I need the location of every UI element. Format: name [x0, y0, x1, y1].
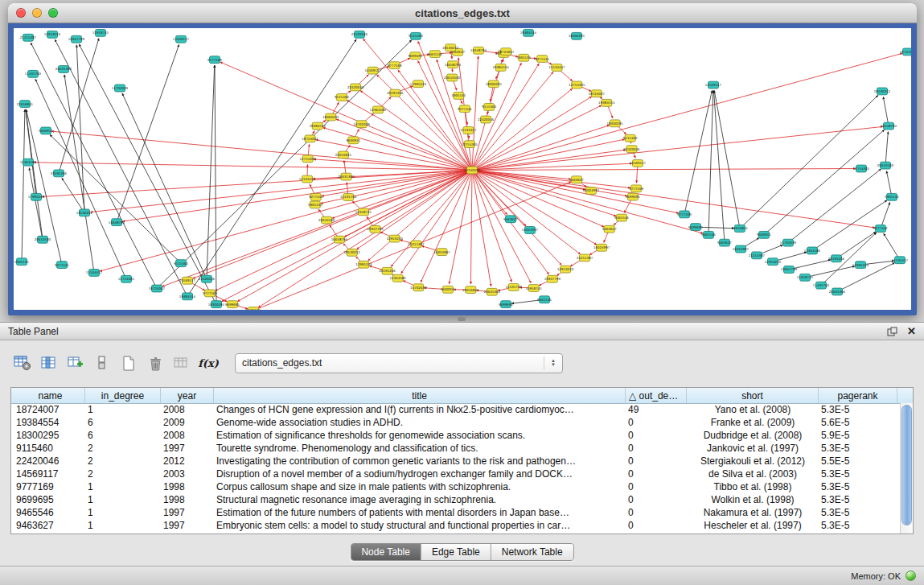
network-canvas[interactable]: 1724029516648794206105005905135927744115…	[14, 28, 911, 310]
graph-node[interactable]: 9699695	[409, 52, 423, 60]
graph-node[interactable]: 14569117	[630, 160, 647, 167]
graph-node[interactable]: 16024997	[522, 227, 539, 234]
graph-node[interactable]: 21215387	[749, 252, 766, 259]
graph-node[interactable]: 11431760	[340, 194, 357, 201]
graph-node[interactable]: 16648794	[109, 219, 125, 226]
table-row[interactable]: 977716911998Corpus callosum shape and si…	[11, 480, 901, 493]
graph-node[interactable]: 9777169	[388, 62, 402, 69]
graph-node[interactable]: 5905135	[516, 54, 531, 61]
graph-node[interactable]: 9777169	[207, 56, 222, 64]
zoom-button[interactable]	[48, 8, 58, 18]
graph-node[interactable]: 14569117	[179, 277, 196, 284]
new-file-button[interactable]	[117, 352, 140, 373]
graph-node[interactable]: 22656841	[732, 225, 749, 233]
graph-node[interactable]: 10947799	[68, 35, 85, 43]
graph-node[interactable]: 10947799	[367, 225, 384, 233]
graph-node[interactable]: 18530212	[76, 209, 93, 216]
column-visibility-button[interactable]	[38, 352, 60, 373]
import-table-button[interactable]	[64, 352, 87, 373]
graph-node[interactable]: 12754305	[462, 141, 478, 148]
graph-node[interactable]: 15134457	[892, 257, 909, 264]
graph-node[interactable]: 18530212	[874, 88, 891, 95]
graph-node[interactable]: 9699695	[225, 301, 240, 308]
table-row[interactable]: 1830029562008Estimation of significance …	[11, 429, 901, 442]
graph-node[interactable]: 19384554	[179, 293, 196, 300]
graph-node[interactable]: 9777169	[629, 185, 643, 192]
graph-node[interactable]: 17995243	[852, 262, 869, 269]
table-selector-dropdown[interactable]: citations_edges.txt ▲ ▼	[235, 353, 563, 373]
graph-node[interactable]: 21215387	[20, 34, 37, 41]
window-titlebar[interactable]: citations_edges.txt	[8, 3, 917, 23]
graph-node[interactable]: 18300295	[569, 32, 585, 39]
column-header-short[interactable]: short	[687, 388, 819, 403]
graph-node[interactable]: 22420046	[478, 116, 495, 123]
graph-node[interactable]: 9115460	[335, 94, 349, 101]
column-header-title[interactable]: title	[214, 388, 626, 403]
graph-node[interactable]: 16024997	[433, 249, 450, 256]
graph-node[interactable]: 9777169	[677, 211, 692, 218]
graph-node[interactable]: 9277441	[535, 56, 549, 63]
graph-node[interactable]: 20195266	[387, 89, 404, 97]
graph-node[interactable]: 14569117	[364, 67, 381, 74]
graph-node[interactable]: 15958745	[525, 285, 542, 292]
graph-node[interactable]: 12754305	[118, 275, 135, 282]
graph-node[interactable]: 12754305	[300, 155, 317, 163]
graph-node[interactable]: 17995243	[28, 193, 45, 200]
tab-node-table[interactable]: Node Table	[351, 544, 421, 560]
graph-node[interactable]: 9115460	[482, 104, 496, 111]
graph-node[interactable]: 9115460	[623, 134, 638, 142]
column-header-year[interactable]: year	[161, 388, 214, 403]
graph-node[interactable]: 12953210	[386, 235, 403, 242]
table-row[interactable]: 946362711997Embryonic stem cells: a mode…	[11, 519, 901, 532]
table-row[interactable]: 1872400712008Changes of HCN gene express…	[11, 403, 901, 416]
graph-node[interactable]: 15958745	[797, 274, 814, 281]
graph-node[interactable]: 18724007	[302, 135, 318, 142]
graph-node[interactable]: 22656841	[335, 151, 352, 159]
graph-node[interactable]: 22656841	[462, 286, 479, 294]
graph-node[interactable]: 20631360	[338, 173, 355, 180]
graph-node[interactable]: 9463627	[503, 216, 518, 223]
graph-node[interactable]: 20631360	[829, 288, 846, 295]
function-builder-button[interactable]: f(x)	[197, 352, 220, 373]
graph-node[interactable]: 17995243	[355, 261, 372, 268]
graph-node[interactable]: 22420046	[623, 146, 640, 153]
graph-node[interactable]: 12953210	[557, 266, 574, 273]
close-button[interactable]	[16, 8, 26, 18]
graph-node[interactable]: 9463627	[717, 239, 732, 246]
graph-node[interactable]: 9277441	[55, 262, 69, 269]
graph-node[interactable]: 5905135	[14, 258, 29, 266]
graph-node[interactable]: 15134457	[548, 64, 565, 72]
graph-node[interactable]: 16024997	[583, 187, 600, 195]
graph-node[interactable]: 12953210	[44, 31, 61, 38]
column-header-pagerank[interactable]: pagerank	[819, 388, 897, 403]
vertical-scrollbar[interactable]	[900, 403, 913, 534]
graph-node[interactable]: 18300295	[607, 120, 624, 127]
split-pane-handle[interactable]	[458, 317, 466, 321]
graph-node[interactable]: 9465546	[537, 296, 552, 303]
graph-node[interactable]: 19384554	[492, 64, 509, 72]
graph-node[interactable]: 9277441	[309, 193, 323, 200]
table-row[interactable]: 2242004622012Investigating the contribut…	[11, 455, 901, 468]
graph-node[interactable]: 9277441	[458, 105, 472, 113]
graph-node[interactable]: 9777169	[203, 290, 217, 297]
graph-node[interactable]: 22420046	[199, 275, 216, 282]
graph-node[interactable]: 9277441	[873, 225, 888, 233]
graph-node[interactable]: 20195266	[828, 255, 845, 262]
graph-node[interactable]: 9465546	[428, 51, 442, 58]
float-panel-icon[interactable]	[887, 327, 897, 336]
graph-node[interactable]: 22656841	[17, 101, 34, 108]
graph-node[interactable]: 22420046	[347, 84, 364, 91]
graph-node[interactable]: 16648794	[445, 61, 462, 68]
graph-node[interactable]: 18300295	[208, 301, 225, 308]
graph-node[interactable]: 12754305	[853, 165, 870, 172]
table-settings-button[interactable]	[11, 352, 34, 373]
graph-node[interactable]: 9465546	[701, 231, 716, 238]
graph-node[interactable]: 5905135	[451, 93, 466, 100]
graph-node[interactable]: 14569117	[705, 81, 722, 89]
graph-node[interactable]: 21215387	[577, 254, 593, 262]
graph-node[interactable]: 9465546	[614, 214, 629, 221]
graph-node[interactable]: 20195266	[51, 170, 68, 177]
graph-node[interactable]: 18300295	[486, 80, 503, 88]
graph-node[interactable]: 9600915	[757, 231, 771, 238]
graph-node[interactable]: 16024997	[593, 244, 610, 251]
